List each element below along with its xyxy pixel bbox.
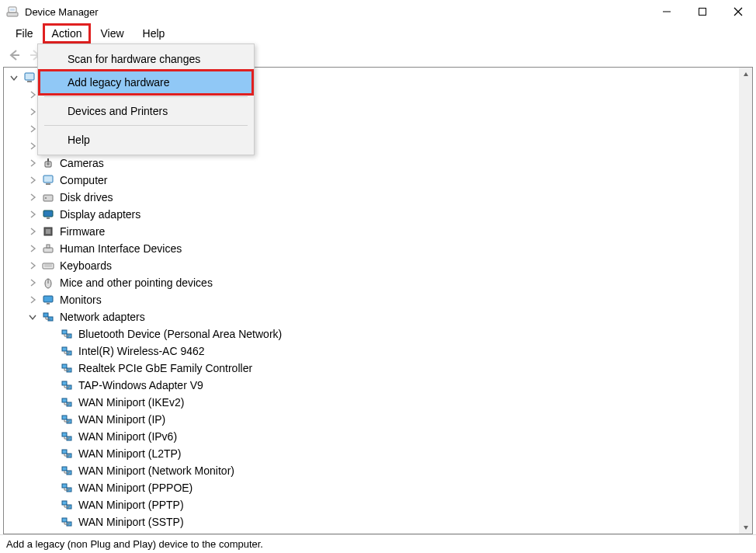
tree-node[interactable]: WAN Miniport (SSTP) [4,513,739,530]
scroll-down-arrow[interactable] [739,520,752,534]
svg-rect-0 [7,12,18,16]
tree-node[interactable]: WAN Miniport (PPTP) [4,496,739,513]
menu-item-devices-and-printers[interactable]: Devices and Printers [40,99,252,123]
netcard-icon [60,430,74,443]
network-icon [41,310,55,324]
menu-item-help[interactable]: Help [40,128,252,151]
tree-node[interactable]: WAN Miniport (IKEv2) [4,394,739,411]
no-expander [46,499,57,510]
no-expander [46,329,57,339]
no-expander [46,346,57,356]
tree-node[interactable]: WAN Miniport (Network Monitor) [4,462,739,479]
close-button[interactable] [720,0,756,23]
chevron-right-icon[interactable] [27,89,38,100]
mouse-icon [41,276,55,290]
chevron-right-icon[interactable] [27,226,38,237]
chevron-right-icon[interactable] [27,192,38,203]
svg-rect-22 [43,195,53,201]
vertical-scrollbar[interactable] [739,68,752,534]
computer-icon [41,173,55,187]
chevron-right-icon[interactable] [27,106,38,117]
tree-node[interactable]: TAP-Windows Adapter V9 [4,377,739,394]
svg-point-18 [47,162,50,165]
tree-node[interactable]: Network adapters [4,308,739,325]
svg-rect-21 [46,183,50,185]
tree-node[interactable]: Mice and other pointing devices [4,274,739,291]
tree-node[interactable]: Monitors [4,291,739,308]
menu-file[interactable]: File [8,25,41,42]
tree-node-label: WAN Miniport (PPTP) [78,499,184,511]
svg-rect-29 [47,245,50,248]
svg-rect-59 [62,484,67,488]
menu-separator [44,125,248,126]
chevron-right-icon[interactable] [27,123,38,134]
menu-view[interactable]: View [92,25,131,42]
svg-rect-25 [47,217,50,219]
svg-rect-2 [10,9,15,11]
tree-node-label: Cameras [60,157,104,169]
netcard-icon [60,447,74,461]
menu-separator [44,96,248,97]
menu-help[interactable]: Help [135,25,173,42]
computer-icon [23,71,36,85]
titlebar: Device Manager [0,0,756,23]
menu-item-scan-for-hardware-changes[interactable]: Scan for hardware changes [40,47,252,71]
tree-node-label: WAN Miniport (IKEv2) [78,396,184,409]
tree-node[interactable]: Disk drives [4,189,739,206]
netcard-icon [60,361,74,375]
tree-node[interactable]: Realtek PCIe GbE Family Controller [4,360,739,377]
chevron-right-icon[interactable] [27,209,38,220]
chevron-right-icon[interactable] [27,141,38,151]
tree-node[interactable]: Cameras [4,155,739,172]
maximize-button[interactable] [685,0,720,23]
statusbar: Add a legacy (non Plug and Play) device … [0,534,756,553]
svg-rect-63 [62,518,67,522]
netcard-icon [60,481,74,495]
chevron-right-icon[interactable] [27,158,38,169]
tree-node-label: WAN Miniport (SSTP) [78,516,184,528]
svg-rect-27 [46,229,50,234]
tree-node-label: TAP-Windows Adapter V9 [78,379,203,391]
chevron-right-icon[interactable] [27,277,38,288]
svg-rect-11 [25,73,34,80]
tree-node[interactable]: WAN Miniport (L2TP) [4,445,739,462]
chevron-right-icon[interactable] [27,260,38,271]
svg-rect-57 [62,467,67,471]
tree-node[interactable]: Intel(R) Wireless-AC 9462 [4,343,739,360]
tree-node-label: WAN Miniport (IP) [78,413,165,426]
netcard-icon [60,498,74,512]
back-button[interactable] [5,46,23,64]
monitor-icon [41,293,55,307]
tree-node-label: Realtek PCIe GbE Family Controller [78,362,252,374]
menu-item-add-legacy-hardware[interactable]: Add legacy hardware [40,71,252,94]
tree-node[interactable]: WAN Miniport (IP) [4,411,739,428]
tree-node[interactable]: Display adapters [4,206,739,223]
tree-node[interactable]: Human Interface Devices [4,240,739,257]
scroll-up-arrow[interactable] [739,68,752,81]
chevron-down-icon[interactable] [9,72,19,83]
no-expander [46,414,57,425]
svg-rect-49 [62,398,67,402]
chevron-right-icon[interactable] [27,243,38,254]
no-expander [46,363,57,374]
chevron-down-icon[interactable] [27,311,38,322]
tree-node-label: Computer [60,174,107,186]
menu-action[interactable]: Action [44,25,90,42]
firmware-icon [41,224,55,238]
tree-node[interactable]: Firmware [4,223,739,240]
tree-node[interactable]: WAN Miniport (IPv6) [4,428,739,445]
tree-node-label: Network adapters [60,311,145,323]
svg-rect-47 [62,381,67,385]
no-expander [46,465,57,476]
tree-node[interactable]: Bluetooth Device (Personal Area Network) [4,325,739,343]
tree-node[interactable]: Computer [4,172,739,189]
hid-icon [41,242,55,256]
chevron-right-icon[interactable] [27,294,38,305]
minimize-button[interactable] [649,0,685,23]
camera-icon [41,156,55,170]
tree-node[interactable]: Keyboards [4,257,739,274]
svg-rect-4 [699,9,706,16]
chevron-right-icon[interactable] [27,175,38,186]
tree-node[interactable]: WAN Miniport (PPPOE) [4,479,739,496]
svg-point-23 [45,197,47,199]
